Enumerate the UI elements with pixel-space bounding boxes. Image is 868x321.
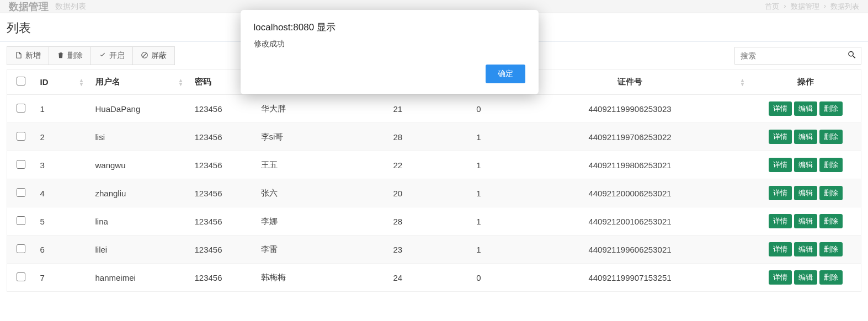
delete-label: 删除 [67,51,83,61]
edit-button[interactable]: 编辑 [794,214,817,228]
header-checkbox [7,70,35,95]
header-subtitle: 数据列表 [55,2,86,12]
search-icon[interactable] [847,50,857,62]
select-all-checkbox[interactable] [17,77,25,85]
cell-username: lina [90,207,189,236]
header-idcard[interactable]: 证件号▲▼ [509,70,751,95]
delete-button[interactable]: 删除 [49,46,91,65]
header-id[interactable]: ID▲▼ [35,70,90,95]
cell-password: 123456 [189,264,255,292]
row-delete-button[interactable]: 删除 [819,158,843,172]
edit-button[interactable]: 编辑 [794,130,817,144]
row-checkbox[interactable] [17,188,25,197]
cell-username: wangwu [90,151,189,179]
cell-id: 5 [35,207,90,236]
edit-button[interactable]: 编辑 [794,101,817,116]
cell-username: hanmeimei [90,264,189,292]
ban-icon [141,51,148,61]
cell-idcard: 440921199806253021 [509,151,751,179]
add-button[interactable]: 新增 [7,46,49,65]
cell-gender: 1 [449,151,509,179]
cell-username: lisi [90,123,189,151]
header-actions: 操作 [751,70,861,95]
cell-id: 1 [35,94,90,123]
cell-name: 李si哥 [255,123,388,151]
cell-password: 123456 [189,179,255,207]
cell-gender: 1 [449,236,509,264]
edit-button[interactable]: 编辑 [794,270,817,285]
row-delete-button[interactable]: 删除 [819,101,843,116]
edit-button[interactable]: 编辑 [794,158,817,172]
cell-actions: 详情编辑删除 [751,151,861,179]
search-input[interactable] [734,47,861,65]
dialog-actions: 确定 [254,65,525,83]
cell-idcard: 440921200006253021 [509,179,751,207]
cell-username: zhangliu [90,179,189,207]
detail-button[interactable]: 详情 [769,130,792,144]
check-icon [99,51,106,61]
table-row: 2lisi123456李si哥281440921199706253022详情编辑… [7,123,861,151]
cell-gender: 1 [449,123,509,151]
cell-age: 20 [388,179,449,207]
cell-age: 28 [388,123,449,151]
breadcrumb-item[interactable]: 数据管理 [791,2,819,12]
dialog-message: 修改成功 [254,39,525,49]
header-username[interactable]: 用户名▲▼ [90,70,189,95]
cell-name: 李娜 [255,207,388,236]
cell-id: 7 [35,264,90,292]
edit-button[interactable]: 编辑 [794,186,817,200]
table-container: ID▲▼ 用户名▲▼ 密码▲▼ 姓名▲▼ 年龄▲▼ 性别▲▼ 证件号▲▼ 操作 … [0,69,868,298]
row-delete-button[interactable]: 删除 [819,214,843,228]
row-delete-button[interactable]: 删除 [819,130,843,144]
header-title: 数据管理 [9,0,49,13]
cell-actions: 详情编辑删除 [751,207,861,236]
cell-actions: 详情编辑删除 [751,123,861,151]
row-checkbox[interactable] [17,216,25,225]
trash-icon [57,51,65,61]
cell-id: 3 [35,151,90,179]
alert-dialog: localhost:8080 显示 修改成功 确定 [241,10,539,94]
detail-button[interactable]: 详情 [769,186,792,200]
row-checkbox[interactable] [17,132,25,141]
cell-name: 李雷 [255,236,388,264]
cell-id: 4 [35,179,90,207]
enable-label: 开启 [109,51,125,61]
row-checkbox[interactable] [17,160,25,169]
table-row: 5lina123456李娜281440921200106253021详情编辑删除 [7,207,861,236]
row-delete-button[interactable]: 删除 [819,270,843,285]
block-label: 屏蔽 [151,51,167,61]
cell-idcard: 440921199906253023 [509,94,751,123]
row-delete-button[interactable]: 删除 [819,242,843,256]
detail-button[interactable]: 详情 [769,101,792,116]
enable-button[interactable]: 开启 [91,46,133,65]
cell-username: lilei [90,236,189,264]
table-row: 3wangwu123456王五221440921199806253021详情编辑… [7,151,861,179]
cell-gender: 0 [449,264,509,292]
block-button[interactable]: 屏蔽 [133,46,175,65]
cell-name: 韩梅梅 [255,264,388,292]
add-label: 新增 [25,51,41,61]
cell-actions: 详情编辑删除 [751,94,861,123]
search-wrap [734,47,861,65]
breadcrumb: 首页 › 数据管理 › 数据列表 [765,2,859,12]
row-checkbox[interactable] [17,244,25,253]
detail-button[interactable]: 详情 [769,242,792,256]
row-checkbox[interactable] [17,272,25,281]
cell-idcard: 440921200106253021 [509,207,751,236]
detail-button[interactable]: 详情 [769,214,792,228]
detail-button[interactable]: 详情 [769,270,792,285]
cell-id: 6 [35,236,90,264]
table-row: 7hanmeimei123456韩梅梅240440921199907153251… [7,264,861,292]
breadcrumb-item[interactable]: 数据列表 [830,2,859,12]
row-delete-button[interactable]: 删除 [819,186,843,200]
detail-button[interactable]: 详情 [769,158,792,172]
breadcrumb-item[interactable]: 首页 [765,2,779,12]
toolbar-button-group: 新增 删除 开启 屏蔽 [7,46,175,65]
edit-button[interactable]: 编辑 [794,242,817,256]
sort-icon: ▲▼ [740,78,745,86]
table-row: 6lilei123456李雷231440921199606253021详情编辑删… [7,236,861,264]
cell-gender: 1 [449,207,509,236]
confirm-button[interactable]: 确定 [486,65,525,83]
data-table: ID▲▼ 用户名▲▼ 密码▲▼ 姓名▲▼ 年龄▲▼ 性别▲▼ 证件号▲▼ 操作 … [7,69,861,292]
row-checkbox[interactable] [17,104,25,113]
